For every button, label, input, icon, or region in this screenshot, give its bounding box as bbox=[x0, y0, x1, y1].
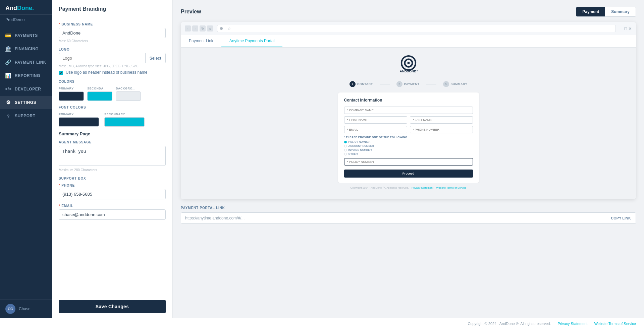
portal-link-url-input[interactable] bbox=[181, 213, 606, 223]
logo-text: AndDone. bbox=[5, 5, 47, 12]
logo-input[interactable] bbox=[59, 53, 145, 63]
select-logo-button[interactable]: Select bbox=[145, 53, 165, 63]
radio-policy[interactable]: POLICY NUMBER bbox=[344, 140, 473, 143]
browser-right-buttons: — □ ✕ bbox=[619, 26, 632, 31]
forward-button[interactable]: → bbox=[192, 25, 198, 31]
primary-color-swatch[interactable] bbox=[59, 91, 84, 101]
company-name-mini-input[interactable] bbox=[344, 107, 473, 114]
terms-link[interactable]: Website Terms of Service bbox=[436, 186, 466, 189]
secondary-color-item: SECONDA... bbox=[87, 87, 112, 101]
footer-terms-link[interactable]: Website Terms of Service bbox=[594, 322, 636, 326]
browser-nav-buttons: ← → ↻ ⌂ bbox=[185, 25, 213, 31]
portal-logo-area: ANDDONE ® bbox=[187, 54, 629, 76]
maximize-icon[interactable]: □ bbox=[624, 26, 627, 31]
step-1: 1 CONTACT bbox=[350, 81, 373, 87]
radio-label-other: OTHER bbox=[348, 152, 358, 155]
phone-label: * PHONE bbox=[59, 184, 166, 187]
sidebar-item-developer[interactable]: </> DEVELOPER bbox=[0, 82, 52, 96]
radio-dot-other bbox=[344, 153, 347, 155]
email-group: * EMAIL bbox=[59, 204, 166, 220]
proceed-button[interactable]: Proceed bbox=[344, 170, 473, 178]
panel-header: Payment Branding bbox=[52, 0, 172, 17]
background-color-swatch[interactable] bbox=[116, 91, 141, 101]
email-input[interactable] bbox=[59, 209, 166, 220]
business-name-input[interactable] bbox=[59, 28, 166, 38]
financing-icon: 🏦 bbox=[5, 46, 11, 52]
first-name-mini-input[interactable] bbox=[344, 116, 407, 124]
secondary-color-swatch[interactable] bbox=[87, 91, 112, 101]
app-footer: Copyright © 2024 · AndDone ®. All rights… bbox=[0, 318, 644, 329]
portal-copyright: Copyright 2024 · AndDone ™. All rights r… bbox=[350, 186, 409, 189]
font-colors-row: PRIMARY SECONDARY bbox=[59, 113, 166, 127]
footer-privacy-link[interactable]: Privacy Statement bbox=[557, 322, 587, 326]
close-icon[interactable]: ✕ bbox=[628, 26, 632, 31]
sidebar-nav: 💳 PAYMENTS 🏦 FINANCING 🔗 PAYMENT LINK 📊 … bbox=[0, 26, 52, 300]
sidebar-item-payments[interactable]: 💳 PAYMENTS bbox=[0, 29, 52, 42]
sidebar: AndDone. ProdDemo 💳 PAYMENTS 🏦 FINANCING… bbox=[0, 0, 52, 318]
business-name-hint: Max: 60 Characters bbox=[59, 39, 166, 43]
last-name-mini-input[interactable] bbox=[410, 116, 473, 124]
colors-group: COLORS PRIMARY SECONDA... BACKGRO... bbox=[59, 80, 166, 101]
logo-input-row: Select bbox=[59, 53, 166, 63]
copy-link-button[interactable]: COPY LINK bbox=[606, 213, 636, 223]
radio-label-invoice: INVOICE NUMBER bbox=[348, 148, 372, 151]
secondary-color-label: SECONDA... bbox=[87, 87, 112, 90]
email-mini-input[interactable] bbox=[344, 126, 407, 133]
radio-group: * PLEASE PROVIDE ONE OF THE FOLLOWING: P… bbox=[344, 136, 473, 155]
home-button[interactable]: ⌂ bbox=[207, 25, 213, 31]
font-secondary-swatch[interactable] bbox=[104, 117, 145, 127]
tab-summary[interactable]: Summary bbox=[605, 7, 636, 16]
user-name: Chase bbox=[19, 307, 31, 311]
panel-title: Payment Branding bbox=[59, 6, 166, 12]
sidebar-item-settings[interactable]: ⚙ SETTINGS bbox=[0, 96, 52, 109]
step-1-label: CONTACT bbox=[357, 82, 373, 86]
minimize-icon[interactable]: — bbox=[619, 26, 623, 31]
phone-mini-input[interactable] bbox=[410, 126, 473, 133]
save-btn-container: Save Changes bbox=[52, 295, 172, 318]
email-label: * EMAIL bbox=[59, 204, 166, 208]
sidebar-item-financing[interactable]: 🏦 FINANCING bbox=[0, 42, 52, 56]
radio-account[interactable]: ACCOUNT NUMBER bbox=[344, 144, 473, 147]
svg-text:ANDDONE: ANDDONE bbox=[399, 69, 416, 73]
phone-input[interactable] bbox=[59, 189, 166, 199]
font-colors-group: FONT COLORS PRIMARY SECONDARY bbox=[59, 106, 166, 127]
font-primary-swatch[interactable] bbox=[59, 117, 99, 127]
primary-color-label: PRIMARY bbox=[59, 87, 84, 90]
business-name-label: * BUSINESS NAME bbox=[59, 22, 166, 26]
portal-content: ANDDONE ® 1 CONTACT 2 PAYMENT bbox=[181, 48, 636, 199]
radio-other[interactable]: OTHER bbox=[344, 152, 473, 155]
logo-checkbox-label: Use logo as header instead of business n… bbox=[66, 70, 148, 75]
portal-link-section: PAYMENT PORTAL LINK COPY LINK bbox=[181, 206, 636, 224]
phone-field bbox=[410, 126, 473, 133]
support-icon: ? bbox=[5, 113, 11, 119]
sidebar-item-label: DEVELOPER bbox=[15, 87, 41, 91]
bookmark-icon: ☆ bbox=[227, 26, 231, 31]
agent-message-group: AGENT MESSAGE Thank you Maximum 280 Char… bbox=[59, 140, 166, 172]
background-color-item: BACKGRO... bbox=[116, 87, 141, 101]
agent-message-hint: Maximum 280 Characters bbox=[59, 168, 166, 172]
sidebar-item-support[interactable]: ? SUPPORT bbox=[0, 109, 52, 123]
portal-tab-anytime[interactable]: Anytime Payments Portal bbox=[221, 35, 283, 47]
back-button[interactable]: ← bbox=[185, 25, 191, 31]
privacy-link[interactable]: Privacy Statement bbox=[412, 186, 433, 189]
footer-copyright: Copyright © 2024 · AndDone ®. All rights… bbox=[468, 322, 551, 326]
step-line-2 bbox=[426, 84, 436, 84]
step-line-1 bbox=[380, 84, 390, 84]
summary-page-title: Summary Page bbox=[59, 131, 166, 136]
radio-invoice[interactable]: INVOICE NUMBER bbox=[344, 148, 473, 151]
reload-button[interactable]: ↻ bbox=[200, 25, 206, 31]
anddone-logo: ANDDONE ® bbox=[397, 54, 420, 74]
sidebar-item-reporting[interactable]: 📊 REPORTING bbox=[0, 69, 52, 82]
tab-payment[interactable]: Payment bbox=[576, 7, 605, 16]
portal-tab-payment-link[interactable]: Payment Link bbox=[181, 35, 221, 47]
radio-dot-account bbox=[344, 145, 347, 147]
settings-icon: ⚙ bbox=[5, 100, 11, 106]
sidebar-item-payment-link[interactable]: 🔗 PAYMENT LINK bbox=[0, 56, 52, 69]
save-changes-button[interactable]: Save Changes bbox=[59, 300, 166, 313]
font-primary-item: PRIMARY bbox=[59, 113, 99, 127]
browser-url-bar[interactable]: ☆ bbox=[217, 25, 616, 32]
agent-message-textarea[interactable]: Thank you bbox=[59, 146, 166, 166]
company-name-row bbox=[344, 107, 473, 114]
policy-number-input[interactable] bbox=[344, 158, 473, 166]
logo-as-header-checkbox[interactable] bbox=[59, 71, 63, 75]
